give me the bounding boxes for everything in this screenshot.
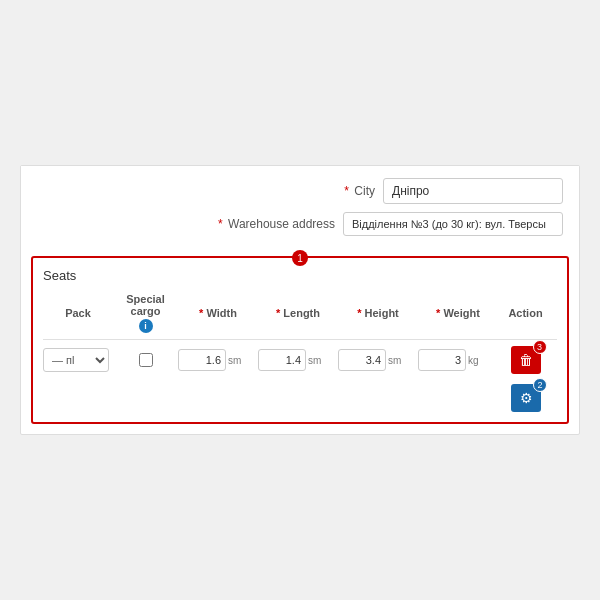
warehouse-input[interactable] [343,212,563,236]
length-unit: sm [308,355,321,366]
col-weight: * Weight [418,307,498,319]
settings-icon: ⚙ [520,390,533,406]
table-header: Pack Special cargo i * Width * Length * … [43,293,557,340]
col-length: * Length [258,307,338,319]
col-action: Action [498,307,553,319]
add-row-area: 2 ⚙ [43,380,557,412]
width-unit: sm [228,355,241,366]
width-input[interactable] [178,349,226,371]
cell-action: 3 🗑 [498,346,553,374]
cell-height: sm [338,349,418,371]
cell-pack: — пl [43,348,113,372]
special-cargo-checkbox[interactable] [139,353,153,367]
cell-width: sm [178,349,258,371]
col-height: * Height [338,307,418,319]
weight-unit: kg [468,355,479,366]
weight-input[interactable] [418,349,466,371]
cell-special-cargo [113,353,178,367]
city-input[interactable] [383,178,563,204]
add-badge: 2 [533,378,547,392]
seats-badge: 1 [292,250,308,266]
length-input[interactable] [258,349,306,371]
seats-label: Seats [43,268,557,283]
add-row-button[interactable]: 2 ⚙ [511,384,541,412]
seats-section: 1 Seats Pack Special cargo i * Width * L… [31,256,569,424]
height-unit: sm [388,355,401,366]
col-special-cargo: Special cargo i [113,293,178,333]
cell-weight: kg [418,349,498,371]
warehouse-label: * Warehouse address [215,217,335,231]
col-pack: Pack [43,307,113,319]
delete-badge: 3 [533,340,547,354]
pack-select[interactable]: — пl [43,348,109,372]
city-label: * City [255,184,375,198]
table-row: — пl sm sm sm [43,346,557,374]
trash-icon: 🗑 [519,352,533,368]
col-width: * Width [178,307,258,319]
delete-row-button[interactable]: 3 🗑 [511,346,541,374]
height-input[interactable] [338,349,386,371]
special-cargo-info-icon[interactable]: i [139,319,153,333]
cell-length: sm [258,349,338,371]
